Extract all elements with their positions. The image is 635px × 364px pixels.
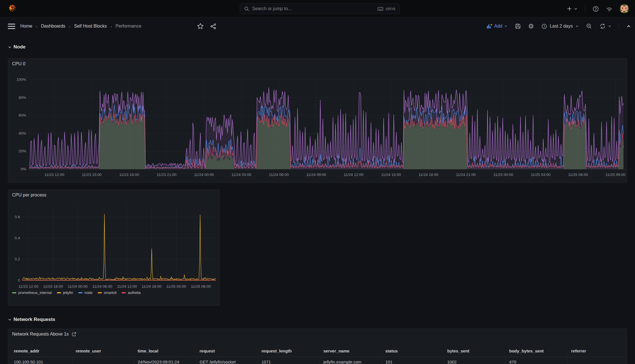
add-panel-button[interactable]: Add (486, 23, 507, 29)
news-rss-button[interactable] (606, 6, 612, 12)
panel-title-network-requests[interactable]: Network Requests Above 1s (12, 332, 69, 337)
help-button[interactable] (592, 6, 599, 12)
legend-item[interactable]: node (78, 291, 93, 295)
table-cell: 1002 (444, 357, 506, 364)
y-axis-tick-label: 20% (12, 149, 26, 153)
section-row-node[interactable]: Node (8, 44, 26, 50)
table-column-header[interactable]: request (196, 345, 258, 357)
clock-icon (541, 23, 547, 29)
legend-item[interactable]: authelia (122, 291, 141, 295)
section-title-network-requests: Network Requests (14, 317, 55, 322)
section-title-node: Node (14, 44, 26, 50)
x-axis-tick-label: 11/24 09:00 (303, 173, 330, 177)
legend-swatch (122, 292, 126, 293)
breadcrumb-item[interactable]: Self Host Blocks (74, 24, 107, 29)
x-axis-tick-label: 11/24 12:00 (340, 173, 367, 177)
table-cell: 1071 (258, 357, 320, 364)
time-range-label: Last 2 days (550, 24, 573, 29)
x-axis-tick-label: 11/24 18:00 (139, 284, 165, 289)
table-column-header[interactable]: remote_user (72, 345, 134, 357)
legend-swatch (98, 292, 102, 293)
legend-swatch (78, 292, 82, 293)
breadcrumb-separator-icon: › (110, 24, 112, 29)
add-panel-icon (486, 23, 493, 29)
toolbar-divider (619, 23, 619, 30)
breadcrumb-item[interactable]: Performance (115, 24, 141, 29)
table-cell: jellyfin.example.com (320, 357, 382, 364)
table-cell: 470 (506, 357, 568, 364)
y-axis-tick-label: 0% (12, 167, 26, 171)
x-axis-tick-label: 11/25 06:00 (188, 284, 214, 289)
x-axis-tick-label: 11/23 21:00 (153, 173, 180, 177)
cpu0-chart[interactable] (8, 59, 627, 183)
star-favorite-button[interactable] (197, 23, 204, 30)
chevron-down-icon (8, 318, 12, 321)
kiosk-collapse-button[interactable] (626, 24, 631, 29)
chart-legend: prometheus_internal jellyfin node smartc… (12, 291, 141, 295)
legend-item[interactable]: prometheus_internal (12, 291, 52, 295)
y-axis-tick-label: 0 (9, 278, 20, 282)
x-axis-tick-label: 11/24 21:00 (452, 173, 479, 177)
table-column-header[interactable]: referrer (568, 345, 625, 357)
share-button[interactable] (210, 23, 216, 30)
table-column-header[interactable]: time_local (134, 345, 196, 357)
legend-item[interactable]: smartctl (98, 291, 117, 295)
chevron-down-icon (8, 45, 12, 49)
table-column-header[interactable]: status (382, 345, 444, 357)
breadcrumb-item[interactable]: Dashboards (41, 24, 65, 29)
menu-toggle-button[interactable] (8, 24, 15, 29)
y-axis-tick-label: 0.2 (9, 257, 20, 261)
refresh-interval-chevron[interactable] (608, 24, 611, 28)
legend-label: authelia (128, 291, 141, 295)
search-icon (244, 6, 249, 12)
topbar-divider (585, 5, 585, 12)
dashboard-toolbar: Home › Dashboards › Self Host Blocks › P… (0, 17, 635, 35)
dashboard-settings-button[interactable]: ⚙ (528, 23, 534, 30)
breadcrumb-separator-icon: › (36, 24, 37, 29)
plus-icon (567, 6, 572, 12)
new-menu-button[interactable] (567, 6, 578, 12)
table-column-header[interactable]: request_length (258, 345, 320, 357)
grafana-logo[interactable] (8, 4, 17, 13)
breadcrumb-item[interactable]: Home (20, 24, 32, 29)
legend-label: jellyfin (63, 291, 73, 295)
table-column-header[interactable]: remote_addr (10, 345, 72, 357)
search-input[interactable]: Search or jump to... ctrl+k (240, 3, 400, 14)
x-axis-tick-label: 11/25 06:00 (565, 173, 592, 177)
breadcrumb: Home › Dashboards › Self Host Blocks › P… (20, 24, 141, 29)
chevron-down-icon (575, 24, 579, 28)
y-axis-tick-label: 0.6 (9, 215, 20, 219)
x-axis-tick-label: 11/24 00:00 (65, 284, 91, 289)
x-axis-tick-label: 11/23 18:00 (40, 284, 66, 289)
y-axis-tick-label: 80% (12, 95, 26, 100)
legend-label: smartctl (104, 291, 117, 295)
chevron-down-icon (504, 24, 507, 28)
table-column-header[interactable]: body_bytes_sent (506, 345, 568, 357)
x-axis-tick-label: 11/24 15:00 (377, 173, 404, 177)
section-row-network-requests[interactable]: Network Requests (8, 317, 55, 322)
external-link-icon[interactable] (71, 332, 77, 337)
x-axis-tick-label: 11/25 00:00 (490, 173, 517, 177)
refresh-button[interactable] (600, 23, 606, 29)
x-axis-tick-label: 11/25 03:00 (527, 173, 554, 177)
x-axis-tick-label: 11/25 09:00 (602, 173, 629, 177)
x-axis-tick-label: 11/24 12:00 (114, 284, 140, 289)
table-column-header[interactable]: bytes_sent (444, 345, 506, 357)
y-axis-tick-label: 100% (12, 77, 26, 82)
add-label: Add (494, 24, 502, 29)
breadcrumb-separator-icon: › (69, 24, 70, 29)
save-dashboard-button[interactable] (515, 23, 521, 29)
search-shortcut: ctrl+k (377, 6, 395, 12)
y-axis-tick-label: 40% (12, 131, 26, 135)
table-row: 100.100.50.10124/Nov/2023:09:01:24GET /j… (10, 357, 625, 364)
legend-item[interactable]: jellyfin (57, 291, 73, 295)
table-header-row: remote_addrremote_usertime_localrequestr… (10, 345, 625, 357)
x-axis-tick-label: 11/23 15:00 (78, 173, 105, 177)
zoom-out-button[interactable] (586, 23, 592, 29)
user-avatar[interactable] (620, 4, 629, 13)
time-range-picker[interactable]: Last 2 days (541, 23, 579, 29)
keyboard-icon (377, 6, 383, 12)
table-column-header[interactable]: server_name (320, 345, 382, 357)
x-axis-tick-label: 11/23 18:00 (116, 173, 143, 177)
table-cell (568, 357, 625, 364)
